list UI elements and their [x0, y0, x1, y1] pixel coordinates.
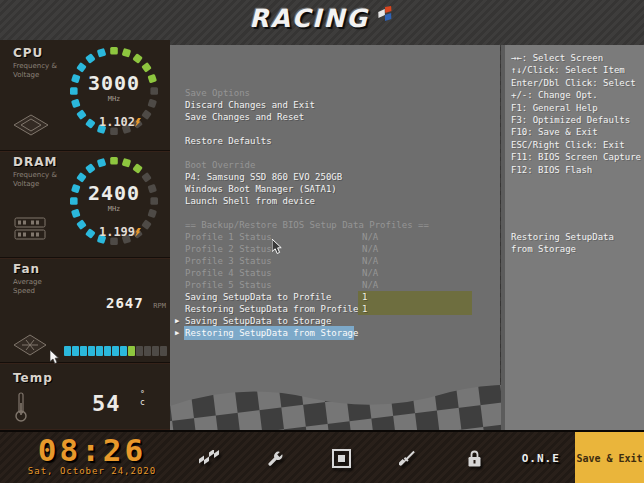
one-tab-label: O.N.E	[522, 452, 560, 465]
help-key-line: F3: Optimized Defaults	[511, 114, 641, 126]
cpu-subtitle: Frequency &	[13, 62, 57, 70]
fan-bar-segment	[104, 346, 111, 356]
fan-speed-unit: RPM	[153, 302, 166, 310]
gauge-segment	[110, 157, 118, 165]
menu-item[interactable]: Windows Boot Manager (SATA1)	[170, 183, 500, 195]
screwdriver-icon	[399, 450, 417, 468]
help-panel: →←: Select Screen↑↓/Click: Select ItemEn…	[505, 45, 644, 430]
item-value: N/A	[358, 231, 378, 243]
dram-voltage-value: 1.199	[72, 225, 168, 239]
option-value-field[interactable]: 1	[358, 303, 472, 315]
help-key-line: F10: Save & Exit	[511, 126, 641, 138]
time-display: 08:26	[8, 433, 176, 467]
help-key-line: F12: BIOS Flash	[511, 164, 641, 176]
menu-item[interactable]: Restore Defaults	[170, 135, 500, 147]
menu-item-label: Restoring SetupData from Profile	[185, 303, 358, 315]
dram-gauge: 2400 MHz 1.199	[66, 153, 162, 249]
footer-bar: 08:26 Sat, October 24,2020	[0, 430, 644, 483]
help-key-line: F11: BIOS Screen Capture	[511, 151, 641, 163]
tab-chipset[interactable]	[309, 432, 375, 483]
spacer	[170, 207, 500, 219]
menu-item-label: Boot Override	[185, 159, 255, 171]
fan-bar-segment	[160, 346, 167, 356]
temp-value: 54	[92, 391, 121, 416]
item-arrow-icon: ▶	[175, 315, 179, 327]
menu-item[interactable]: Discard Changes and Exit	[170, 99, 500, 111]
menu-item[interactable]: Restoring SetupData from Profile1	[170, 303, 500, 315]
gauge-segment	[122, 158, 132, 168]
dram-monitor-section: DRAM Frequency &Voltage 2400 MHz 1.199	[0, 151, 170, 258]
tab-main[interactable]	[176, 432, 242, 483]
menu-item-label: Profile 1 Status	[185, 231, 272, 243]
dram-title: DRAM	[13, 155, 57, 169]
gauge-segment	[132, 53, 143, 64]
menu-item[interactable]: ▶Restoring SetupData from Storage	[170, 327, 500, 339]
menu-item-label: Restoring SetupData from Storage	[185, 327, 353, 339]
menu-item[interactable]: P4: Samsung SSD 860 EVO 250GB	[170, 171, 500, 183]
menu-item: Profile 3 StatusN/A	[170, 255, 500, 267]
checkered-flag-icon	[198, 450, 220, 468]
menu-item: Profile 1 StatusN/A	[170, 231, 500, 243]
menu-item[interactable]: Save Changes and Reset	[170, 111, 500, 123]
spacer	[170, 123, 500, 135]
tab-security[interactable]	[441, 432, 507, 483]
temp-unit: °c	[140, 391, 145, 407]
temp-monitor-section: Temp 54 °c	[0, 363, 170, 429]
fan-bar-segment	[96, 346, 103, 356]
fan-speed-readout: 2647 RPM	[106, 293, 166, 312]
menu-item-label: Launch Shell from device	[185, 195, 315, 207]
save-exit-menu-panel: Save OptionsDiscard Changes and ExitSave…	[170, 45, 500, 430]
gauge-segment	[97, 158, 107, 168]
hardware-monitor-sidebar: CPU Frequency &Voltage 3000 MHz 1.102 DR…	[0, 40, 170, 430]
gauge-segment	[85, 163, 96, 174]
help-key-line: ESC/Right Click: Exit	[511, 139, 641, 151]
menu-item: Boot Override	[170, 159, 500, 171]
fan-bar-segment	[112, 346, 119, 356]
tab-one[interactable]: O.N.E	[508, 432, 574, 483]
item-value: N/A	[358, 267, 378, 279]
cpu-monitor-section: CPU Frequency &Voltage 3000 MHz 1.102	[0, 40, 170, 151]
menu-item[interactable]: ▶Saving SetupData to Storage	[170, 315, 500, 327]
menu-item-label: == Backup/Restore BIOS Setup Data Profil…	[185, 219, 429, 231]
dram-frequency-value: 2400	[66, 181, 162, 205]
cpu-title: CPU	[13, 46, 43, 60]
menu-item[interactable]: Launch Shell from device	[170, 195, 500, 207]
help-key-line: +/-: Change Opt.	[511, 89, 641, 101]
save-exit-tab-label: Save & Exit	[576, 453, 642, 464]
menu-list: Save OptionsDiscard Changes and ExitSave…	[170, 87, 500, 339]
tab-save-exit-active[interactable]: Save & Exit	[575, 432, 644, 483]
fan-bar-segment	[72, 346, 79, 356]
ram-module-icon	[14, 217, 46, 241]
logo-text: RACING	[249, 4, 369, 33]
menu-item-label: P4: Samsung SSD 860 EVO 250GB	[185, 171, 342, 183]
lock-icon	[466, 449, 483, 468]
thermometer-icon	[14, 391, 28, 423]
menu-item: Profile 2 StatusN/A	[170, 243, 500, 255]
menu-item-label: Saving SetupData to Profile	[185, 291, 331, 303]
temp-title: Temp	[13, 371, 53, 385]
bolt-icon	[135, 228, 141, 237]
item-value: N/A	[358, 279, 378, 291]
dram-frequency-unit: MHz	[66, 205, 162, 213]
menu-item-label: Profile 5 Status	[185, 279, 272, 291]
tab-advanced[interactable]	[242, 432, 308, 483]
cpu-gauge: 3000 MHz 1.102	[66, 43, 162, 139]
fan-bar-segment	[64, 346, 71, 356]
fan-bar-segment	[136, 346, 143, 356]
menu-item: == Backup/Restore BIOS Setup Data Profil…	[170, 219, 500, 231]
gauge-segment	[85, 53, 96, 64]
menu-item-label: Discard Changes and Exit	[185, 99, 315, 111]
tab-boot[interactable]	[375, 432, 441, 483]
menu-item: Save Options	[170, 87, 500, 99]
gauge-segment	[132, 163, 143, 174]
item-value: N/A	[358, 243, 378, 255]
dram-subtitle: Frequency &	[13, 171, 57, 179]
fan-bar-segment	[80, 346, 87, 356]
hotkey-help-list: →←: Select Screen↑↓/Click: Select ItemEn…	[511, 52, 641, 176]
menu-item[interactable]: Saving SetupData to Profile1	[170, 291, 500, 303]
wrench-icon	[266, 450, 284, 468]
fan-subtitle: Average	[13, 278, 42, 286]
option-value-field[interactable]: 1	[358, 291, 472, 303]
item-description: Restoring SetupData from Storage	[511, 231, 641, 256]
header-bar: RACING	[0, 0, 644, 40]
